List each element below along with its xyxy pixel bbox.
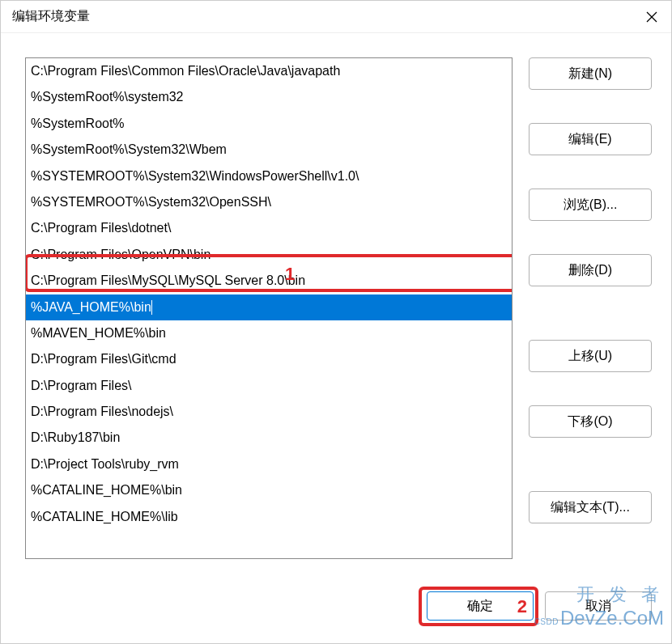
list-item[interactable]: D:\Program Files\Git\cmd (26, 346, 512, 372)
list-item[interactable]: %SystemRoot% (26, 111, 512, 137)
list-item[interactable]: %MAVEN_HOME%\bin (26, 320, 512, 346)
new-button[interactable]: 新建(N) (529, 57, 652, 90)
list-item[interactable]: %SYSTEMROOT%\System32\WindowsPowerShell\… (26, 163, 512, 189)
list-item[interactable]: D:\Program Files\ (26, 373, 512, 399)
list-item[interactable]: D:\Project Tools\ruby_rvm (26, 451, 512, 477)
list-item[interactable]: D:\Ruby187\bin (26, 425, 512, 451)
browse-button[interactable]: 浏览(B)... (529, 189, 652, 221)
buttons-column: 新建(N) 编辑(E) 浏览(B)... 删除(D) 上移(U) 下移(O) 编… (529, 57, 652, 591)
list-item[interactable]: %CATALINE_HOME%\lib (26, 504, 512, 530)
move-down-button[interactable]: 下移(O) (529, 405, 652, 438)
list-item[interactable]: C:\Program Files\MySQL\MySQL Server 8.0\… (26, 268, 512, 294)
footer: 确定 取消 2 (1, 591, 671, 643)
list-item[interactable]: %JAVA_HOME%\bin (26, 294, 512, 320)
cancel-button[interactable]: 取消 (545, 591, 652, 621)
close-icon[interactable] (642, 7, 661, 27)
list-item[interactable]: %CATALINE_HOME%\bin (26, 477, 512, 503)
content-area: C:\Program Files\Common Files\Oracle\Jav… (1, 33, 671, 591)
list-item[interactable]: C:\Program Files\dotnet\ (26, 215, 512, 241)
window-title: 编辑环境变量 (12, 8, 90, 25)
ok-button[interactable]: 确定 (427, 591, 534, 621)
delete-button[interactable]: 删除(D) (529, 254, 652, 286)
list-item[interactable]: C:\Program Files\Common Files\Oracle\Jav… (26, 58, 512, 84)
edit-button[interactable]: 编辑(E) (529, 123, 652, 155)
titlebar: 编辑环境变量 (1, 1, 671, 33)
edit-text-button[interactable]: 编辑文本(T)... (529, 491, 652, 523)
list-item[interactable]: D:\Program Files\nodejs\ (26, 399, 512, 425)
dialog-window: 编辑环境变量 C:\Program Files\Common Files\Ora… (0, 0, 672, 644)
list-item[interactable]: %SYSTEMROOT%\System32\OpenSSH\ (26, 189, 512, 215)
list-item[interactable]: C:\Program Files\OpenVPN\bin (26, 242, 512, 268)
path-list[interactable]: C:\Program Files\Common Files\Oracle\Jav… (25, 57, 513, 559)
move-up-button[interactable]: 上移(U) (529, 340, 652, 372)
list-item[interactable]: %SystemRoot%\system32 (26, 84, 512, 110)
list-item[interactable]: %SystemRoot%\System32\Wbem (26, 137, 512, 163)
